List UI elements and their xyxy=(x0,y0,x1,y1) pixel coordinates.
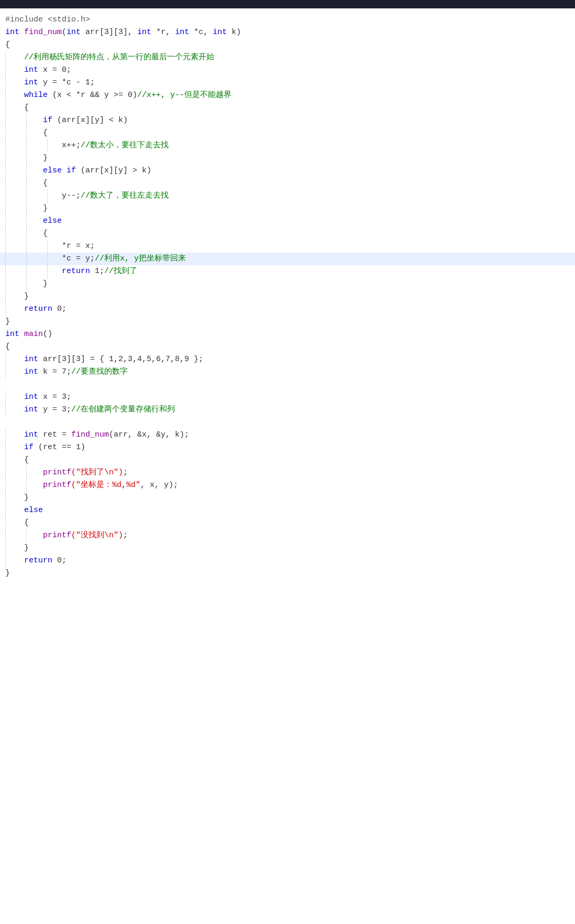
token-kw: return xyxy=(24,556,52,565)
indent-guide xyxy=(26,253,27,265)
token-var xyxy=(5,506,24,515)
token-var xyxy=(5,493,24,502)
token-var: y--; xyxy=(5,191,81,200)
code-line-13: else if (arr[x][y] > k) xyxy=(0,165,575,177)
line-content: int x = 3; xyxy=(3,391,71,404)
token-kw: int xyxy=(24,66,38,74)
code-line-45: } xyxy=(0,567,575,580)
code-line-1: #include <stdio.h> xyxy=(0,14,575,26)
line-content: int ret = find_num(arr, &x, &y, k); xyxy=(3,429,189,441)
token-var xyxy=(5,455,24,464)
line-content xyxy=(3,416,10,429)
code-line-19: *r = x; xyxy=(0,240,575,253)
line-content: { xyxy=(3,454,29,466)
indent-guide xyxy=(5,290,6,303)
line-content: return 0; xyxy=(3,555,67,567)
token-var: y = 3; xyxy=(38,405,71,414)
token-punct: } xyxy=(24,543,29,552)
token-var xyxy=(5,128,43,137)
indent-guide xyxy=(5,114,6,127)
token-var: (arr, &x, &y, k); xyxy=(109,430,189,439)
line-content: printf("找到了\n"); xyxy=(3,466,128,479)
token-punct: { xyxy=(24,518,29,527)
indent-guide xyxy=(26,152,27,165)
token-var xyxy=(5,481,43,490)
token-var xyxy=(5,430,24,439)
line-content: int find_num(int arr[3][3], int *r, int … xyxy=(3,26,241,39)
token-fn: printf xyxy=(43,481,71,490)
token-punct: ( xyxy=(62,28,67,37)
code-line-33 xyxy=(0,416,575,429)
indent-guide xyxy=(26,466,27,479)
indent-guide xyxy=(47,139,48,152)
token-var xyxy=(5,468,43,477)
token-punct: { xyxy=(43,229,48,238)
code-line-29: int k = 7;//要查找的数字 xyxy=(0,366,575,378)
indent-guide xyxy=(47,190,48,202)
indent-guide xyxy=(5,265,6,278)
token-kw: else xyxy=(24,506,43,515)
code-line-37: printf("找到了\n"); xyxy=(0,466,575,479)
indent-guide xyxy=(47,265,48,278)
code-line-24: return 0; xyxy=(0,303,575,316)
code-line-17: else xyxy=(0,215,575,227)
token-punct: } xyxy=(5,317,10,326)
indent-guide xyxy=(5,177,6,190)
token-kw: int xyxy=(5,330,19,339)
token-var xyxy=(5,279,43,288)
token-var: (arr[x][y] < k) xyxy=(52,116,128,125)
token-var xyxy=(5,229,43,238)
code-line-41: { xyxy=(0,517,575,529)
code-line-3: { xyxy=(0,39,575,51)
line-content: } xyxy=(3,567,10,580)
indent-guide xyxy=(5,542,6,555)
code-line-14: { xyxy=(0,177,575,190)
line-content: } xyxy=(3,316,10,328)
indent-guide xyxy=(26,215,27,227)
line-content: while (x < *r && y >= 0)//x++, y--但是不能越界 xyxy=(3,89,231,102)
token-str: ("找到了\n") xyxy=(71,468,123,477)
indent-guide xyxy=(26,265,27,278)
token-var: 1; xyxy=(90,267,104,276)
code-line-39: } xyxy=(0,492,575,504)
line-content: if (ret == 1) xyxy=(3,441,85,454)
token-str: ("没找到\n") xyxy=(71,531,123,540)
token-kw: if xyxy=(43,116,52,125)
indent-guide xyxy=(5,278,6,290)
token-cm: //利用杨氏矩阵的特点，从第一行的最后一个元素开始 xyxy=(5,53,214,62)
token-var: k = 7; xyxy=(38,367,71,376)
code-line-5: int x = 0; xyxy=(0,64,575,77)
token-punct: { xyxy=(5,342,10,351)
code-line-44: return 0; xyxy=(0,555,575,567)
token-kw: int xyxy=(213,28,227,37)
code-line-20: *c = y;//利用x, y把坐标带回来 xyxy=(0,253,575,265)
indent-guide xyxy=(47,240,48,253)
token-var xyxy=(5,556,24,565)
indent-guide xyxy=(5,51,6,64)
indent-guide xyxy=(26,177,27,190)
indent-guide xyxy=(5,127,6,139)
line-content: } xyxy=(3,542,29,555)
token-var: *c, xyxy=(189,28,213,37)
indent-guide xyxy=(5,165,6,177)
indent-guide xyxy=(26,278,27,290)
token-kw: int xyxy=(24,430,38,439)
token-kw: if xyxy=(24,443,34,452)
token-var: ; xyxy=(123,468,128,477)
indent-guide xyxy=(26,202,27,215)
token-kw: int xyxy=(137,28,151,37)
code-line-30 xyxy=(0,378,575,391)
indent-guide xyxy=(5,479,6,492)
indent-guide xyxy=(26,529,27,542)
token-var: x = 0; xyxy=(38,66,71,74)
indent-guide xyxy=(5,240,6,253)
indent-guide xyxy=(47,253,48,265)
line-content: { xyxy=(3,177,48,190)
token-var: 0; xyxy=(52,556,67,565)
token-var xyxy=(5,518,24,527)
code-line-36: { xyxy=(0,454,575,466)
line-content: } xyxy=(3,152,48,165)
token-var: *r, xyxy=(151,28,175,37)
line-content xyxy=(3,378,10,391)
token-var xyxy=(5,393,24,401)
